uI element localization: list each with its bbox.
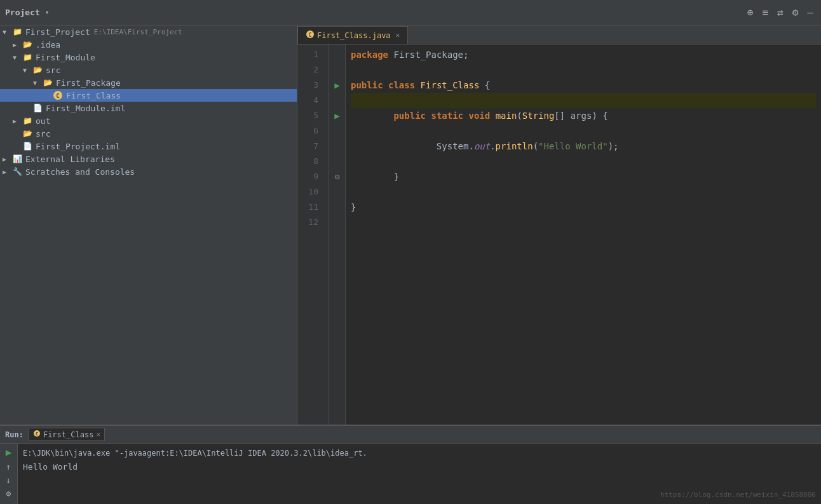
- sidebar-item-src[interactable]: 📂 src: [0, 64, 297, 76]
- tab-first-class[interactable]: C First_Class.java ✕: [297, 26, 408, 44]
- gutter-9[interactable]: ⊖: [329, 169, 345, 184]
- args-param: args: [571, 108, 592, 123]
- svg-text:C: C: [309, 32, 312, 38]
- sidebar-item-first-class[interactable]: C First_Class: [0, 89, 297, 102]
- arrow-external-libraries: [3, 156, 11, 163]
- gutter-5[interactable]: ▶: [329, 108, 345, 123]
- gutter-11: [329, 200, 345, 215]
- code-line-12: [351, 215, 816, 230]
- first-package-label: First_Package: [56, 78, 121, 88]
- tab-java-icon: C: [306, 30, 315, 41]
- gear-icon[interactable]: ⚙: [790, 5, 801, 20]
- kw-package: package: [351, 47, 388, 62]
- src-root-label: src: [36, 129, 50, 139]
- scratches-icon: 🔧: [11, 167, 23, 177]
- scratches-label: Scratches and Consoles: [25, 167, 135, 177]
- println-fn: println: [496, 139, 533, 154]
- gutter-8: [329, 154, 345, 169]
- run-panel-sidebar: ▶ ↑ ↓ ⚙ ≡: [0, 444, 18, 504]
- run-output-hello: Hello World: [23, 460, 816, 474]
- first-module-iml-label: First_Module.iml: [46, 104, 125, 113]
- sidebar-item-first-module-iml[interactable]: 📄 First_Module.iml: [0, 102, 297, 114]
- line-num-10: 10: [297, 184, 323, 200]
- java-file-icon: C: [52, 90, 64, 100]
- settings-icon[interactable]: ≡: [759, 5, 771, 20]
- gutter-3[interactable]: ▶: [329, 78, 345, 93]
- editor-tab-bar: C First_Class.java ✕: [297, 25, 821, 44]
- external-libraries-label: External Libraries: [25, 154, 115, 164]
- folder-icon: 📁: [11, 27, 23, 37]
- sidebar-item-first-package[interactable]: 📂 First_Package: [0, 76, 297, 89]
- run-tab-close-icon[interactable]: ✕: [96, 430, 100, 439]
- sidebar-item-external-libraries[interactable]: 📊 External Libraries: [0, 153, 297, 165]
- brace-close-class: }: [351, 200, 356, 215]
- code-line-8: [351, 154, 816, 169]
- run-class-icon[interactable]: ▶: [334, 78, 339, 93]
- line-num-7: 7: [297, 139, 323, 154]
- code-line-5: public static void main ( String [] args…: [351, 108, 816, 123]
- code-editor[interactable]: 1 2 3 4 5 6 7 8 9 10 11 12 ▶: [297, 44, 821, 425]
- run-panel-content: ▶ ↑ ↓ ⚙ ≡ E:\JDK\bin\java.exe "-javaagen…: [0, 444, 821, 504]
- run-output-cmd: E:\JDK\bin\java.exe "-javaagent:E:\IDEA\…: [23, 446, 816, 460]
- project-toolbar: Project ▾ ⊕ ≡ ⇄ ⚙ —: [0, 0, 821, 25]
- out-field: out: [474, 139, 490, 154]
- minimize-icon[interactable]: —: [804, 5, 816, 20]
- src-label: src: [46, 65, 60, 75]
- sidebar-item-first-project[interactable]: 📁 First_Project E:\IDEA\First_Project: [0, 25, 297, 38]
- sidebar-item-first-module[interactable]: 📁 First_Module: [0, 51, 297, 64]
- run-scroll-down-icon[interactable]: ↓: [6, 475, 11, 485]
- iml-icon: 📄: [32, 103, 43, 113]
- iml-project-icon: 📄: [22, 141, 33, 151]
- gutter-7: [329, 139, 345, 154]
- run-panel: Run: C First_Class ✕ ▶ ↑ ↓ ⚙ ≡ E:\JDK\bi…: [0, 425, 821, 504]
- run-settings-icon[interactable]: ⚙: [6, 489, 11, 498]
- tab-close-icon[interactable]: ✕: [396, 31, 400, 39]
- line-num-1: 1: [297, 47, 323, 62]
- run-scroll-up-icon[interactable]: ↑: [6, 462, 11, 472]
- sidebar-item-src-root[interactable]: 📂 src: [0, 127, 297, 140]
- line-num-4: 4: [297, 93, 323, 108]
- run-panel-header: Run: C First_Class ✕: [0, 426, 821, 444]
- project-dropdown-icon[interactable]: ▾: [45, 8, 50, 17]
- toolbar-icons: ⊕ ≡ ⇄ ⚙ —: [745, 5, 816, 20]
- fold-9-icon[interactable]: ⊖: [334, 169, 339, 184]
- sync-icon[interactable]: ⇄: [775, 5, 786, 20]
- add-icon[interactable]: ⊕: [745, 5, 756, 20]
- fn-main: main: [496, 108, 517, 123]
- gutter-6: [329, 123, 345, 139]
- folder-package-icon: 📂: [42, 78, 53, 88]
- run-tab-label: First_Class: [43, 430, 93, 439]
- sidebar-item-scratches[interactable]: 🔧 Scratches and Consoles: [0, 165, 297, 178]
- folder-src-root-icon: 📂: [22, 128, 33, 139]
- sidebar-item-idea[interactable]: 📂 .idea: [0, 38, 297, 51]
- arrow-scratches: [3, 168, 11, 175]
- class-name: First_Class: [421, 78, 480, 93]
- bracket: []: [554, 108, 565, 123]
- kw-static: static: [431, 108, 463, 123]
- editor-area: C First_Class.java ✕ 1 2 3 4 5 6 7 8 9 1…: [297, 25, 821, 425]
- code-content[interactable]: package First_Package; public class Firs…: [346, 44, 821, 425]
- gutter-12: [329, 215, 345, 230]
- code-line-1: package First_Package;: [351, 47, 816, 62]
- svg-text:C: C: [56, 93, 59, 99]
- run-tab-first-class[interactable]: C First_Class ✕: [29, 428, 105, 441]
- code-line-6: [351, 123, 816, 139]
- arrow-out: [13, 118, 22, 125]
- first-module-label: First_Module: [36, 53, 95, 62]
- first-project-path: E:\IDEA\First_Project: [94, 28, 182, 36]
- run-main-icon[interactable]: ▶: [334, 108, 339, 123]
- folder-out-icon: 📁: [22, 116, 33, 126]
- sidebar-item-first-project-iml[interactable]: 📄 First_Project.iml: [0, 140, 297, 153]
- paren-open: (: [517, 108, 522, 123]
- tab-label: First_Class.java: [317, 31, 391, 40]
- sidebar-item-out[interactable]: 📁 out: [0, 114, 297, 127]
- brace-close-main: }: [393, 169, 398, 184]
- line-num-3: 3: [297, 78, 323, 93]
- kw-public-class: public: [351, 78, 383, 93]
- folder-module-icon: 📁: [22, 52, 33, 62]
- project-label: Project: [5, 8, 40, 17]
- run-play-icon[interactable]: ▶: [6, 446, 12, 458]
- line-num-8: 8: [297, 154, 323, 169]
- code-line-9: }: [351, 169, 816, 184]
- run-tab-icon: C: [33, 430, 41, 439]
